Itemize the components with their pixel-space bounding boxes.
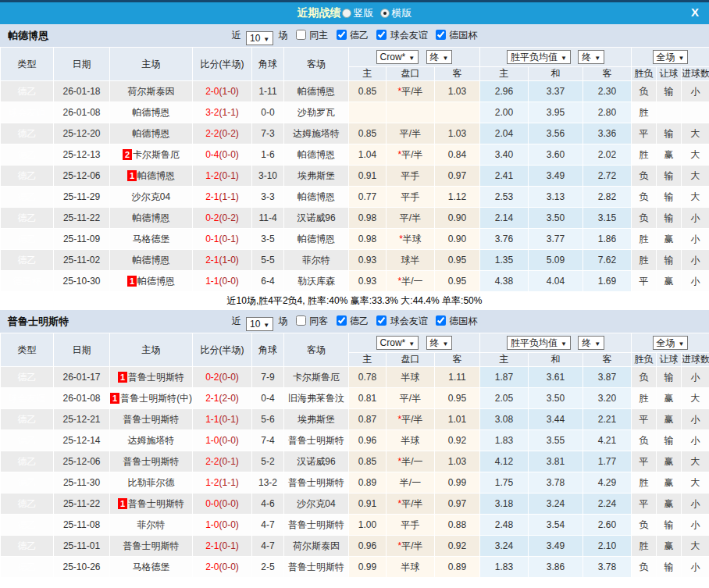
odds-home: 0.87 bbox=[349, 409, 387, 430]
matches-count-select[interactable]: 10▼ bbox=[246, 31, 273, 45]
away-team-name: 普鲁士明斯特 bbox=[288, 477, 344, 488]
home-team-name: 帕德博恩 bbox=[137, 170, 175, 181]
handicap-cell: 半球 bbox=[387, 430, 435, 451]
match-date: 25-11-30 bbox=[54, 472, 110, 494]
crow-select[interactable]: Crow*▼ bbox=[376, 50, 419, 64]
fullgame-select[interactable]: 全场▼ bbox=[653, 336, 689, 350]
score-cell: 0-1(0-1) bbox=[193, 229, 252, 250]
matches-count-select[interactable]: 10▼ bbox=[246, 317, 273, 331]
mean-away: 2.24 bbox=[583, 494, 632, 515]
halftime-score: (1-1) bbox=[219, 191, 239, 202]
match-date: 25-12-06 bbox=[54, 166, 110, 187]
col-home: 主场 bbox=[110, 48, 193, 81]
mean-away: 2.02 bbox=[583, 144, 632, 166]
away-team-name: 汉诺威96 bbox=[297, 456, 335, 467]
odds-away: 0.99 bbox=[435, 472, 480, 494]
horizontal-layout-radio[interactable] bbox=[380, 9, 390, 18]
mean-select[interactable]: 胜平负均值▼ bbox=[507, 50, 571, 64]
same-home-checkbox[interactable] bbox=[296, 30, 306, 40]
result-goals: 小 bbox=[682, 409, 709, 430]
fulltime-score: 0-2 bbox=[205, 372, 219, 383]
table-row: 球会友谊 26-01-08 帕德博恩 3-2(1-1) 0-0 沙勒罗瓦 2.0… bbox=[1, 102, 709, 123]
halftime-score: (1-1) bbox=[219, 477, 239, 488]
handicap-cell: *平/半 bbox=[387, 144, 435, 166]
summary-part: 50% bbox=[463, 295, 482, 306]
corner-cell: 4-7 bbox=[252, 536, 284, 557]
mean-select[interactable]: 胜平负均值▼ bbox=[507, 336, 571, 350]
table-row: 德乙 25-12-20 帕德博恩 2-2(0-2) 7-3 达姆施塔特 0.85… bbox=[1, 123, 709, 144]
home-team-cell: 达姆施塔特 bbox=[110, 430, 193, 451]
col-home: 主场 bbox=[110, 333, 193, 367]
home-team-name: 比勒菲尔德 bbox=[128, 477, 175, 488]
league2-checkbox[interactable] bbox=[337, 30, 347, 40]
fulltime-score: 1-0 bbox=[205, 519, 219, 530]
same-away-checkbox[interactable] bbox=[296, 315, 306, 326]
odds-home: 1.00 bbox=[349, 515, 387, 536]
chevron-down-icon: ▼ bbox=[594, 55, 600, 62]
handicap-text: 半球 bbox=[403, 233, 422, 244]
odds-home: 0.81 bbox=[349, 388, 387, 409]
result-goals: 小 bbox=[682, 494, 709, 515]
final-select-2[interactable]: 终▼ bbox=[578, 50, 604, 64]
mean-away: 3.20 bbox=[583, 388, 632, 409]
cup-checkbox[interactable] bbox=[436, 315, 446, 326]
handicap-text: 平/半 bbox=[400, 393, 421, 404]
table-row: 德乙 25-10-26 马格德堡 2-0(0-0) 2-5 普鲁士明斯特 0.9… bbox=[1, 557, 709, 578]
handicap-text: 半球 bbox=[401, 435, 420, 446]
vertical-layout-label[interactable]: 竖版 bbox=[354, 6, 374, 20]
league2-label: 德乙 bbox=[350, 30, 369, 41]
chevron-down-icon: ▼ bbox=[561, 55, 567, 62]
home-team-cell: 马格德堡 bbox=[110, 229, 193, 250]
friendly-checkbox[interactable] bbox=[376, 315, 387, 326]
chevron-down-icon: ▼ bbox=[408, 55, 415, 62]
handicap-text: 平/半 bbox=[401, 498, 422, 509]
corner-cell: 5-2 bbox=[252, 451, 284, 472]
odds-away: 1.03 bbox=[435, 123, 480, 144]
friendly-checkbox[interactable] bbox=[376, 30, 387, 40]
result-wdl: 负 bbox=[632, 557, 657, 578]
result-wdl: 平 bbox=[632, 271, 657, 292]
mean-home: 3.40 bbox=[480, 144, 529, 166]
table-row: 德乙 25-11-09 马格德堡 0-1(0-1) 3-5 帕德博恩 0.98 … bbox=[1, 229, 709, 250]
fullgame-group-header: 全场▼ bbox=[632, 333, 709, 353]
home-team-cell: 马格德堡 bbox=[110, 557, 193, 578]
mean-home: 2.41 bbox=[480, 166, 529, 187]
table-row: 德乙 25-11-08 菲尔特 1-0(0-0) 4-7 普鲁士明斯特 1.00… bbox=[1, 515, 709, 536]
mean-home: 1.35 bbox=[480, 250, 529, 271]
crow-select[interactable]: Crow*▼ bbox=[376, 336, 419, 350]
match-date: 25-11-01 bbox=[54, 536, 110, 557]
halftime-score: (1-0) bbox=[219, 255, 239, 265]
league2-checkbox[interactable] bbox=[337, 315, 347, 326]
vertical-layout-radio[interactable] bbox=[342, 9, 351, 18]
odds-away: 0.97 bbox=[435, 166, 480, 187]
result-wdl: 胜 bbox=[632, 388, 657, 409]
handicap-cell: *平/半 bbox=[387, 81, 435, 102]
mean-draw: 3.24 bbox=[529, 494, 583, 515]
table-row: 德乙 26-01-18 荷尔斯泰因 2-0(1-0) 1-11 帕德博恩 0.8… bbox=[1, 81, 709, 102]
final-select[interactable]: 终▼ bbox=[426, 336, 453, 350]
close-icon[interactable]: X bbox=[688, 5, 702, 19]
home-team-cell: 1帕德博恩 bbox=[110, 271, 193, 292]
mean-draw: 3.13 bbox=[529, 187, 583, 208]
cup-checkbox[interactable] bbox=[436, 30, 446, 40]
horizontal-layout-label[interactable]: 横版 bbox=[392, 6, 412, 20]
corner-cell: 5-5 bbox=[252, 250, 284, 271]
final-select-2[interactable]: 终▼ bbox=[578, 336, 604, 350]
mean-draw: 3.44 bbox=[529, 409, 583, 430]
summary-part: 单率: bbox=[440, 295, 464, 306]
halftime-score: (2-0) bbox=[219, 393, 239, 404]
halftime-score: (0-1) bbox=[219, 540, 239, 551]
match-date: 26-01-17 bbox=[54, 367, 110, 388]
handicap-cell: *平/半 bbox=[387, 409, 435, 430]
games-label: 场 bbox=[279, 315, 288, 326]
final-select[interactable]: 终▼ bbox=[426, 50, 453, 64]
sub-col-odds-home: 主 bbox=[349, 353, 387, 367]
fullgame-select[interactable]: 全场▼ bbox=[653, 50, 689, 64]
result-goals: 小 bbox=[682, 250, 709, 271]
handicap-cell: 平/半 bbox=[387, 123, 435, 144]
sub-col-odds-home: 主 bbox=[349, 67, 387, 81]
result-wdl: 负 bbox=[632, 208, 657, 229]
mean-draw: 3.77 bbox=[529, 229, 583, 250]
table-row: 德乙 25-12-06 1帕德博恩 1-2(0-1) 3-10 埃弗斯堡 0.9… bbox=[1, 166, 709, 187]
summary-part: 44.4% bbox=[413, 295, 440, 306]
